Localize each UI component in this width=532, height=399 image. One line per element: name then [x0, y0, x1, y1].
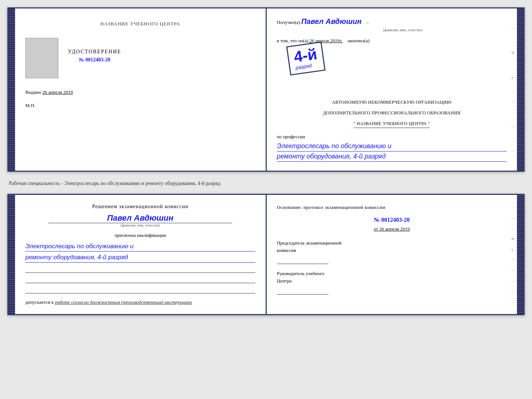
stamp-area: 4-й разряд	[277, 47, 507, 77]
received-fio-sub: (фамилия, имя, отчество)	[299, 28, 507, 32]
mark-5: –	[511, 124, 515, 128]
middle-text: Рабочая специальность - Электрослесарь п…	[7, 178, 525, 188]
osnovanie-title: Основание: протокол экзаменационной коми…	[277, 204, 507, 211]
bottom-person-name: Павел Авдюшин	[48, 213, 232, 223]
photo-placeholder	[25, 38, 58, 78]
mark-2: И	[511, 50, 515, 55]
protocol-num-value: 0012403-20	[381, 217, 410, 223]
blank-line-2	[25, 276, 255, 283]
num-value: 0012403-20	[86, 57, 111, 63]
mark-4: ←	[511, 100, 515, 104]
qualification-line2: ремонту оборудования, 4-й разряд	[25, 252, 255, 263]
bottom-left-spine	[8, 195, 15, 314]
bottom-right-page: Основание: протокол экзаменационной коми…	[267, 195, 517, 314]
bottom-right-edge-marks: – – – И а ← – – – –	[511, 195, 515, 314]
bottom-left-page: Решением экзаменационной комиссии Павел …	[15, 195, 267, 314]
stamp-grade: 4-й	[293, 46, 318, 65]
num-prefix: №	[79, 57, 84, 63]
predsedatel-block: Председатель экзаменационной комиссии	[277, 239, 507, 264]
predsedatel-signature-line	[277, 257, 328, 264]
bmark-7: –	[511, 268, 515, 272]
bmark-10: –	[511, 299, 515, 304]
rukovoditel-block: Руководитель учебного Центра	[277, 270, 507, 295]
org-name: " НАЗВАНИЕ УЧЕБНОГО ЦЕНТРА "	[353, 120, 430, 128]
udostoverenie-title: УДОСТОВЕРЕНИЕ	[68, 49, 121, 55]
left-spine	[8, 8, 15, 171]
dopuskaetsya-line: допускается к работе согласно должностны…	[25, 299, 255, 305]
top-left-title: НАЗВАНИЕ УЧЕБНОГО ЦЕНТРА	[25, 21, 255, 27]
udostoverenie-number: № 0012403-20	[68, 57, 121, 63]
protocol-prefix: №	[374, 217, 380, 223]
vydano-date: 26 апреля 2019	[43, 89, 73, 95]
ot-date-line: от 26 апреля 2019	[277, 226, 507, 232]
bmark-5: а	[511, 247, 515, 252]
org-line1: АВТОНОМНУЮ НЕКОММЕРЧЕСКУЮ ОРГАНИЗАЦИЮ	[277, 99, 507, 106]
bmark-3: –	[511, 226, 515, 231]
bottom-document-spread: Решением экзаменационной комиссии Павел …	[7, 194, 525, 315]
right-spine	[517, 8, 524, 171]
bottom-right-spine	[517, 195, 524, 314]
rukovoditel-line1: Руководитель учебного	[277, 270, 507, 277]
vtom-label: в том, что он(а)	[277, 38, 309, 43]
dopuskaetsya-label: допускается к	[25, 299, 54, 305]
okonchil-label: окончил(а)	[348, 38, 370, 43]
predsedatel-line2: комиссии	[277, 247, 507, 254]
rukovoditel-signature-line	[277, 287, 328, 295]
resheniem-title: Решением экзаменационной комиссии	[25, 204, 255, 210]
top-left-page: НАЗВАНИЕ УЧЕБНОГО ЦЕНТРА УДОСТОВЕРЕНИЕ №…	[15, 8, 267, 171]
qualification-line1: Электрослесарь по обслуживанию и	[25, 241, 255, 252]
photo-row: УДОСТОВЕРЕНИЕ № 0012403-20	[25, 38, 255, 78]
page-wrapper: НАЗВАНИЕ УЧЕБНОГО ЦЕНТРА УДОСТОВЕРЕНИЕ №…	[7, 7, 525, 315]
ot-date: 26 апреля 2019	[379, 226, 410, 232]
ot-prefix: от	[374, 226, 378, 232]
mark-3: а	[511, 75, 515, 79]
dopuskaetsya-text: работе согласно должностным (производств…	[55, 299, 191, 305]
received-name: Павел Авдюшин	[301, 17, 362, 25]
bmark-2: –	[511, 215, 515, 220]
org-line2: ДОПОЛНИТЕЛЬНОГО ПРОФЕССИОНАЛЬНОГО ОБРАЗО…	[277, 110, 507, 117]
top-right-page: Получил(a) Павел Авдюшин – (фамилия, имя…	[267, 8, 517, 171]
mp-line: М.П.	[25, 103, 255, 108]
received-label: Получил(a)	[277, 19, 300, 25]
grade-stamp: 4-й разряд	[286, 42, 325, 76]
po-professii-label: по профессии	[277, 134, 507, 140]
org-block: АВТОНОМНУЮ НЕКОММЕРЧЕСКУЮ ОРГАНИЗАЦИЮ ДО…	[277, 99, 507, 128]
vydano-line: Выдано 26 апреля 2019	[25, 89, 255, 95]
right-edge-marks: – И а ← – –	[511, 8, 515, 171]
bmark-9: –	[511, 289, 515, 293]
predsedatel-line1: Председатель экзаменационной	[277, 239, 507, 247]
vydano-label: Выдано	[25, 89, 41, 95]
rukovoditel-line2: Центра	[277, 277, 507, 285]
mark-6: –	[511, 149, 515, 153]
bottom-fio-sub: (фамилия, имя, отчество)	[25, 223, 255, 227]
blank-line-3	[25, 286, 255, 293]
udostoverenie-block: УДОСТОВЕРЕНИЕ № 0012403-20	[68, 49, 121, 63]
received-line: Получил(a) Павел Авдюшин –	[277, 17, 507, 26]
protocol-number: № 0012403-20	[277, 217, 507, 223]
mark-1: –	[511, 26, 515, 30]
bmark-6: ←	[511, 257, 515, 262]
prisvoena-label: присвоена квалификация	[25, 232, 255, 238]
blank-line-1	[25, 266, 255, 273]
bmark-1: –	[511, 205, 515, 210]
profession-line1: Электрослесарь по обслуживанию и	[277, 141, 507, 152]
bmark-4: И	[511, 236, 515, 241]
profession-line2: ремонту оборудования, 4-й разряд	[277, 152, 507, 162]
bmark-8: –	[511, 278, 515, 283]
top-document-spread: НАЗВАНИЕ УЧЕБНОГО ЦЕНТРА УДОСТОВЕРЕНИЕ №…	[7, 7, 525, 172]
